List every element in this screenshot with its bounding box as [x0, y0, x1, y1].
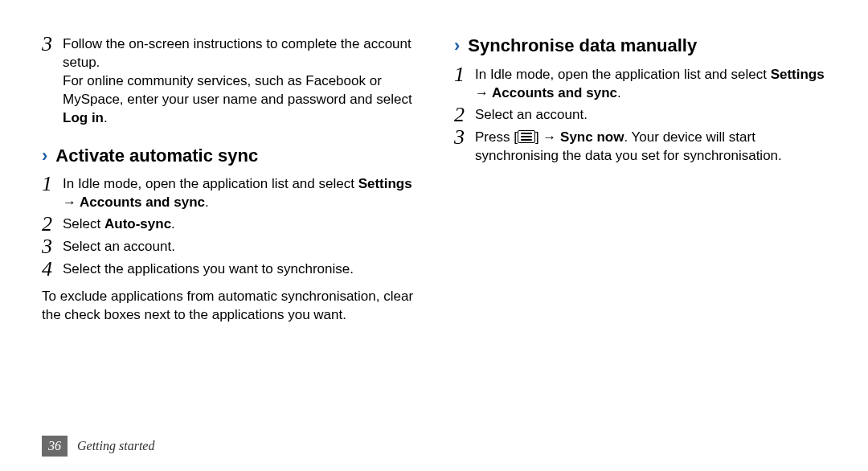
footer-section: Getting started	[77, 437, 154, 455]
step-number: 3	[42, 236, 63, 257]
right-column: › Synchronise data manually 1 In Idle mo…	[454, 34, 826, 418]
exclusion-note: To exclude applications from automatic s…	[42, 288, 414, 325]
text: .	[205, 195, 209, 210]
step-body: Select Auto-sync.	[63, 214, 414, 234]
text: In Idle mode, open the application list …	[63, 176, 358, 191]
step-number: 3	[454, 127, 475, 148]
text: In Idle mode, open the application list …	[475, 67, 771, 82]
text: Select the applications you want to sync…	[63, 261, 354, 276]
page-content: 3 Follow the on-screen instructions to c…	[0, 0, 868, 418]
step-body: Select the applications you want to sync…	[63, 259, 414, 279]
step-number: 1	[454, 64, 475, 85]
text: .	[171, 216, 175, 231]
text: .	[104, 110, 108, 125]
section-manual-sync: › Synchronise data manually	[454, 34, 826, 58]
step-number: 2	[454, 104, 475, 125]
text: Follow the on-screen instructions to com…	[63, 36, 411, 70]
step-4: 4 Select the applications you want to sy…	[42, 259, 414, 280]
step-number: 3	[42, 34, 63, 55]
step-number: 1	[42, 174, 63, 195]
step-body: In Idle mode, open the application list …	[63, 174, 414, 212]
menu-icon	[518, 130, 535, 143]
step-body: In Idle mode, open the application list …	[475, 64, 826, 103]
text: .	[617, 85, 621, 100]
step-body: Select an account.	[63, 236, 414, 256]
step-body: Press [] → Sync now. Your device will st…	[475, 127, 826, 166]
section-title: Synchronise data manually	[468, 34, 697, 58]
text: ] →	[535, 129, 560, 145]
step-2: 2 Select an account.	[454, 104, 826, 125]
step-number: 2	[42, 214, 63, 235]
auto-sync-bold: Auto-sync	[104, 216, 171, 231]
page-footer: 36 Getting started	[42, 436, 154, 457]
login-bold: Log in	[63, 110, 104, 125]
step-2: 2 Select Auto-sync.	[42, 214, 414, 235]
sync-now-bold: Sync now	[560, 129, 624, 145]
step-1: 1 In Idle mode, open the application lis…	[42, 174, 414, 212]
step-3: 3 Press [] → Sync now. Your device will …	[454, 127, 826, 166]
step-body: Select an account.	[475, 104, 826, 125]
step-body: Follow the on-screen instructions to com…	[63, 34, 414, 128]
section-activate-sync: › Activate automatic sync	[42, 144, 414, 168]
section-title: Activate automatic sync	[55, 144, 258, 168]
text: For online community services, such as F…	[63, 73, 412, 107]
chevron-icon: ›	[42, 147, 47, 165]
text: Select an account.	[63, 239, 175, 254]
step-3: 3 Select an account.	[42, 236, 414, 257]
text: Press [	[475, 129, 518, 145]
chevron-icon: ›	[454, 37, 460, 55]
step-1: 1 In Idle mode, open the application lis…	[454, 64, 826, 103]
text: Select an account.	[475, 107, 588, 122]
text: Select	[63, 216, 104, 231]
left-column: 3 Follow the on-screen instructions to c…	[42, 34, 414, 418]
prior-step-3: 3 Follow the on-screen instructions to c…	[42, 34, 414, 128]
page-number: 36	[42, 436, 68, 457]
step-number: 4	[42, 259, 63, 280]
